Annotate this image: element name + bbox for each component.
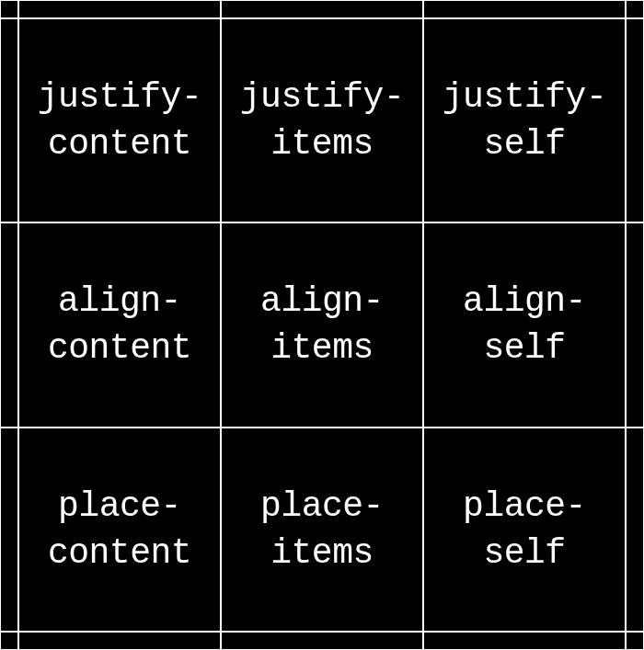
grid-edge (0, 428, 18, 632)
cell-place-content: place- content (18, 428, 221, 632)
grid-edge (221, 632, 423, 650)
cell-align-self: align- self (423, 222, 626, 427)
grid-edge (423, 632, 626, 650)
grid-edge (626, 222, 644, 427)
cell-label: justify- items (240, 74, 404, 168)
grid-edge (626, 18, 644, 222)
cell-place-self: place- self (423, 428, 626, 632)
cell-justify-self: justify- self (423, 18, 626, 222)
property-grid: justify- content justify- items justify-… (0, 0, 644, 650)
cell-align-content: align- content (18, 222, 221, 427)
grid-edge (18, 632, 221, 650)
cell-label: place- self (463, 483, 586, 577)
cell-label: justify- content (38, 74, 201, 168)
cell-label: place- content (48, 483, 191, 577)
grid-edge (0, 0, 18, 18)
cell-label: align- items (260, 278, 384, 372)
cell-justify-items: justify- items (221, 18, 423, 222)
cell-justify-content: justify- content (18, 18, 221, 222)
cell-label: align- self (463, 278, 586, 372)
cell-place-items: place- items (221, 428, 423, 632)
grid-edge (0, 632, 18, 650)
cell-label: align- content (48, 278, 191, 372)
grid-edge (18, 0, 221, 18)
grid-edge (626, 0, 644, 18)
cell-align-items: align- items (221, 222, 423, 427)
grid-edge (0, 18, 18, 222)
cell-label: justify- self (443, 74, 606, 168)
grid-edge (221, 0, 423, 18)
grid-edge (626, 428, 644, 632)
grid-edge (0, 222, 18, 427)
grid-edge (626, 632, 644, 650)
grid-edge (423, 0, 626, 18)
cell-label: place- items (260, 483, 384, 577)
